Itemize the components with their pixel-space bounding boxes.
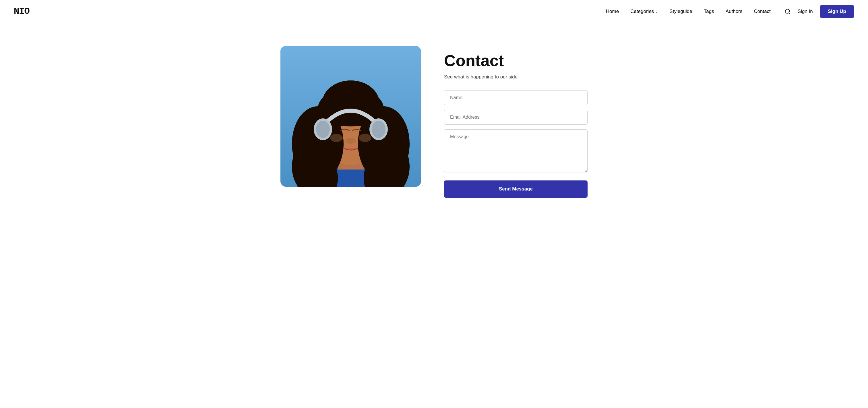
search-button[interactable] <box>784 8 791 14</box>
svg-point-22 <box>372 121 385 138</box>
svg-point-25 <box>359 134 371 142</box>
svg-point-20 <box>316 121 330 138</box>
email-input[interactable] <box>444 110 588 125</box>
main-nav: NIO Home Categories ⌄ Styleguide Tags Au… <box>0 0 868 23</box>
contact-image <box>280 46 421 187</box>
name-field-group <box>444 90 588 105</box>
contact-title: Contact <box>444 52 588 69</box>
svg-point-23 <box>346 138 356 144</box>
nav-link-home[interactable]: Home <box>606 9 619 14</box>
svg-point-18 <box>328 81 374 112</box>
contact-subtitle: See what is happening to our side <box>444 74 588 80</box>
svg-point-24 <box>330 134 343 142</box>
sign-in-button[interactable]: Sign In <box>798 9 813 14</box>
contact-form: Send Message <box>444 90 588 198</box>
nav-link-authors[interactable]: Authors <box>725 9 743 14</box>
message-field-group <box>444 129 588 174</box>
email-field-group <box>444 110 588 125</box>
nav-item-categories[interactable]: Categories ⌄ <box>630 9 658 14</box>
chevron-down-icon: ⌄ <box>655 9 658 13</box>
nav-link-contact[interactable]: Contact <box>754 9 771 14</box>
send-message-button[interactable]: Send Message <box>444 180 588 198</box>
nav-item-authors[interactable]: Authors <box>725 9 743 14</box>
sign-up-button[interactable]: Sign Up <box>820 5 854 18</box>
nav-link-categories[interactable]: Categories <box>630 9 654 14</box>
nav-item-contact[interactable]: Contact <box>754 9 771 14</box>
brand-logo[interactable]: NIO <box>14 6 30 17</box>
nav-item-home[interactable]: Home <box>606 9 619 14</box>
nav-link-styleguide[interactable]: Styleguide <box>670 9 692 14</box>
nav-link-tags[interactable]: Tags <box>704 9 714 14</box>
svg-line-1 <box>789 12 790 14</box>
nav-item-tags[interactable]: Tags <box>704 9 714 14</box>
search-icon <box>784 8 791 14</box>
nav-actions: Sign In Sign Up <box>784 5 854 18</box>
nav-links: Home Categories ⌄ Styleguide Tags Author… <box>606 9 771 14</box>
name-input[interactable] <box>444 90 588 105</box>
nav-item-styleguide[interactable]: Styleguide <box>670 9 692 14</box>
contact-form-section: Contact See what is happening to our sid… <box>444 46 588 198</box>
message-textarea[interactable] <box>444 129 588 172</box>
main-content: Contact See what is happening to our sid… <box>233 23 635 221</box>
